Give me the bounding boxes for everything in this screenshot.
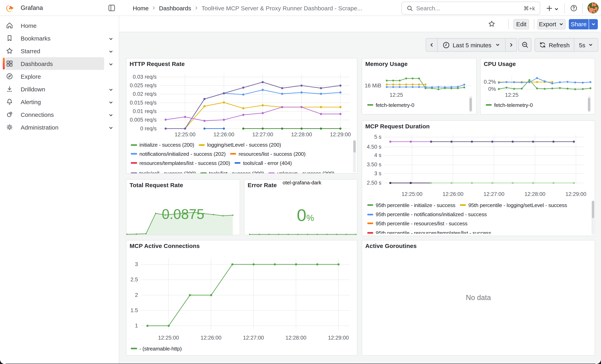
svg-text:4 s: 4 s (374, 152, 381, 158)
svg-text:12:28:00: 12:28:00 (524, 191, 545, 197)
svg-text:0%: 0% (488, 86, 496, 92)
svg-text:2.50 s: 2.50 s (367, 180, 381, 186)
svg-text:0.01 req/s: 0.01 req/s (133, 108, 157, 114)
svg-text:12:25:00: 12:25:00 (175, 132, 196, 138)
svg-text:0.015 req/s: 0.015 req/s (130, 100, 157, 106)
svg-text:12:25: 12:25 (505, 92, 519, 98)
svg-text:1: 1 (135, 323, 138, 329)
svg-text:12:28:00: 12:28:00 (291, 132, 312, 138)
svg-text:1.5: 1.5 (130, 307, 138, 313)
svg-text:12:25: 12:25 (390, 92, 403, 98)
svg-text:12:27:00: 12:27:00 (483, 191, 504, 197)
svg-text:0.03 req/s: 0.03 req/s (133, 74, 157, 80)
svg-text:2: 2 (135, 292, 138, 298)
svg-text:5 s: 5 s (374, 134, 381, 140)
svg-text:12:29:00: 12:29:00 (330, 132, 351, 138)
svg-text:12:29:00: 12:29:00 (565, 191, 586, 197)
svg-text:3 s: 3 s (374, 170, 381, 177)
svg-text:16 MiB: 16 MiB (365, 83, 381, 89)
svg-text:12:27:00: 12:27:00 (252, 132, 273, 138)
svg-text:12:29:00: 12:29:00 (328, 335, 349, 341)
svg-text:0.025 req/s: 0.025 req/s (130, 82, 157, 89)
svg-text:12:25:00: 12:25:00 (401, 191, 422, 197)
svg-text:2.5: 2.5 (130, 276, 138, 283)
svg-text:0.2%: 0.2% (484, 79, 496, 85)
svg-text:12:25:00: 12:25:00 (158, 335, 179, 341)
svg-text:4.50 s: 4.50 s (367, 144, 381, 150)
svg-text:12:26:00: 12:26:00 (200, 335, 221, 341)
svg-text:3.50 s: 3.50 s (367, 162, 381, 167)
svg-text:0.02 req/s: 0.02 req/s (133, 91, 157, 97)
svg-text:0.005 req/s: 0.005 req/s (130, 117, 157, 123)
svg-text:3: 3 (135, 261, 138, 267)
svg-text:0 req/s: 0 req/s (140, 126, 157, 132)
svg-text:12:26:00: 12:26:00 (213, 132, 234, 138)
svg-text:12:26:00: 12:26:00 (443, 191, 463, 197)
svg-text:12:27:00: 12:27:00 (243, 335, 264, 341)
svg-text:12:28:00: 12:28:00 (286, 335, 306, 341)
